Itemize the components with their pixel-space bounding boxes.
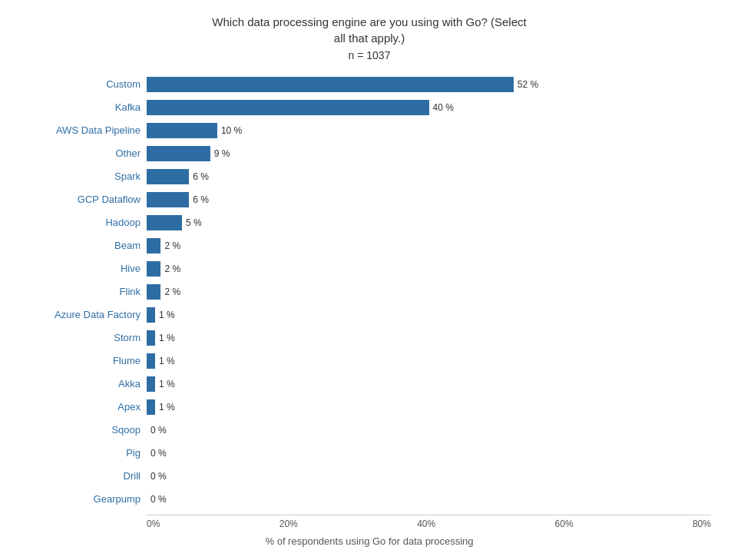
- bar-label: Sqoop: [28, 424, 147, 436]
- bar-row: Akka1 %: [28, 373, 711, 395]
- bar-value: 0 %: [150, 448, 167, 459]
- bar-fill: [147, 261, 160, 277]
- bar-fill: [147, 376, 155, 392]
- bar-value: 1 %: [159, 333, 175, 343]
- bar-row: Hive2 %: [28, 258, 711, 280]
- bar-track: 0 %: [147, 466, 711, 487]
- bar-value: 6 %: [193, 171, 209, 182]
- bar-track: 1 %: [147, 327, 711, 349]
- bar-track: 0 %: [147, 419, 711, 441]
- bar-value: 1 %: [159, 356, 175, 366]
- x-tick: 20%: [280, 519, 298, 529]
- bar-label: Spark: [28, 171, 147, 182]
- bar-row: Custom52 %: [28, 74, 711, 95]
- bar-track: 2 %: [147, 235, 711, 257]
- bar-track: 1 %: [147, 304, 711, 326]
- bar-fill: [147, 192, 189, 207]
- bar-label: GCP Dataflow: [28, 194, 147, 205]
- x-tick: 80%: [693, 519, 711, 529]
- bar-label: AWS Data Pipeline: [28, 124, 147, 136]
- bar-label: Gearpump: [28, 493, 147, 505]
- bar-label: Drill: [28, 470, 147, 482]
- bar-value: 2 %: [164, 240, 180, 251]
- bar-track: 1 %: [147, 373, 711, 395]
- bar-row: AWS Data Pipeline10 %: [28, 120, 711, 141]
- bar-fill: [147, 100, 429, 115]
- bar-track: 9 %: [147, 143, 711, 164]
- bar-row: Other9 %: [28, 143, 711, 164]
- bar-fill: [147, 284, 160, 300]
- bar-label: Beam: [28, 240, 147, 251]
- bar-track: 0 %: [147, 442, 711, 464]
- x-axis-label: % of respondents using Go for data proce…: [28, 535, 711, 547]
- bar-track: 2 %: [147, 258, 711, 280]
- bar-row: Azure Data Factory1 %: [28, 304, 711, 326]
- bar-chart: Custom52 %Kafka40 %AWS Data Pipeline10 %…: [28, 74, 711, 512]
- chart-title: Which data processing engine are you usi…: [28, 14, 711, 46]
- bar-track: 5 %: [147, 212, 711, 234]
- bar-fill: [147, 307, 155, 323]
- bar-value: 10 %: [221, 125, 242, 136]
- bar-row: Storm1 %: [28, 327, 711, 349]
- bar-label: Storm: [28, 332, 147, 343]
- bar-track: 10 %: [147, 120, 711, 141]
- bar-label: Hadoop: [28, 217, 147, 228]
- bar-row: GCP Dataflow6 %: [28, 189, 711, 210]
- bar-track: 6 %: [147, 189, 711, 210]
- bar-row: Apex1 %: [28, 396, 711, 418]
- bar-track: 0 %: [147, 489, 711, 510]
- bar-label: Flink: [28, 286, 147, 297]
- bar-row: Gearpump0 %: [28, 489, 711, 510]
- bar-label: Pig: [28, 447, 147, 459]
- bar-value: 0 %: [150, 494, 167, 505]
- bar-label: Apex: [28, 401, 147, 413]
- x-tick: 40%: [417, 519, 435, 529]
- bar-row: Flume1 %: [28, 350, 711, 372]
- bar-value: 1 %: [159, 402, 175, 413]
- bar-fill: [147, 330, 155, 346]
- bar-fill: [147, 123, 217, 138]
- x-tick: 60%: [555, 519, 574, 529]
- bar-value: 1 %: [159, 310, 175, 320]
- bar-row: Spark6 %: [28, 166, 711, 187]
- bar-value: 0 %: [150, 471, 167, 482]
- bar-fill: [147, 399, 155, 415]
- bar-track: 6 %: [147, 166, 711, 187]
- bar-value: 52 %: [518, 79, 538, 90]
- bar-label: Other: [28, 147, 147, 159]
- bar-value: 2 %: [164, 287, 180, 297]
- bar-row: Flink2 %: [28, 281, 711, 303]
- bar-value: 9 %: [214, 148, 230, 159]
- bar-fill: [147, 146, 210, 161]
- bar-row: Sqoop0 %: [28, 419, 711, 441]
- bar-fill: [147, 238, 160, 253]
- bar-value: 2 %: [164, 263, 180, 274]
- bar-label: Hive: [28, 263, 147, 274]
- bar-value: 0 %: [150, 425, 167, 436]
- bar-label: Flume: [28, 355, 147, 366]
- bar-track: 1 %: [147, 396, 711, 418]
- bar-track: 2 %: [147, 281, 711, 303]
- bar-label: Kafka: [28, 101, 147, 113]
- bar-track: 1 %: [147, 350, 711, 372]
- bar-fill: [147, 169, 189, 184]
- bar-row: Pig0 %: [28, 442, 711, 464]
- bar-row: Kafka40 %: [28, 97, 711, 118]
- bar-label: Azure Data Factory: [28, 309, 147, 320]
- x-tick: 0%: [147, 519, 160, 529]
- bar-value: 5 %: [186, 217, 202, 228]
- bar-track: 52 %: [147, 74, 711, 95]
- x-axis: 0%20%40%60%80%: [147, 515, 711, 529]
- bar-fill: [147, 353, 155, 369]
- chart-container: Which data processing engine are you usi…: [12, 0, 719, 560]
- bar-track: 40 %: [147, 97, 711, 118]
- bar-row: Hadoop5 %: [28, 212, 711, 234]
- bar-fill: [147, 215, 182, 230]
- bar-row: Beam2 %: [28, 235, 711, 257]
- bar-fill: [147, 77, 514, 92]
- bar-value: 6 %: [193, 194, 209, 205]
- bar-label: Akka: [28, 378, 147, 389]
- bar-row: Drill0 %: [28, 466, 711, 487]
- chart-area: Custom52 %Kafka40 %AWS Data Pipeline10 %…: [28, 74, 711, 547]
- chart-n: n = 1037: [28, 49, 711, 61]
